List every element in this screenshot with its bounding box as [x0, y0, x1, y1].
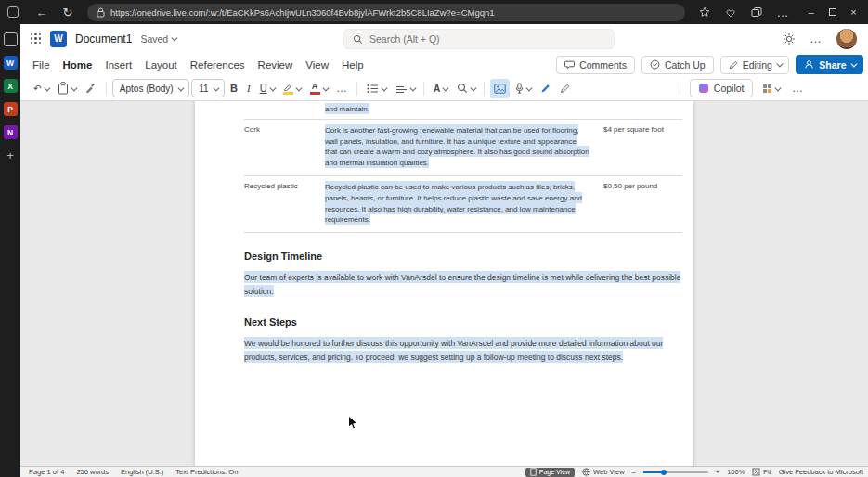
close-button[interactable]: × — [843, 2, 864, 22]
text-predictions-status[interactable]: Text Predictions: On — [175, 468, 238, 476]
alignment-button[interactable] — [392, 79, 419, 98]
editor-button[interactable] — [537, 79, 554, 98]
browser-essentials-button[interactable] — [719, 2, 743, 22]
find-icon — [457, 83, 468, 94]
pinned-app-icon[interactable] — [4, 32, 18, 46]
font-size-select[interactable]: 11 — [191, 79, 225, 97]
word-icon[interactable]: W — [4, 56, 18, 70]
page-icon — [530, 468, 537, 476]
catch-up-icon — [650, 59, 660, 70]
editing-mode-dropdown[interactable]: Editing — [720, 56, 790, 74]
paste-button[interactable] — [54, 79, 80, 98]
table-row: Recycled plastic Recycled plastic can be… — [244, 175, 682, 232]
undo-button[interactable]: ↶ — [30, 79, 52, 98]
dictate-button[interactable] — [512, 79, 535, 98]
search-box[interactable] — [343, 29, 615, 49]
account-avatar[interactable] — [836, 29, 857, 49]
slider-handle[interactable] — [661, 470, 667, 475]
section-paragraph: We would be honored to further discuss t… — [244, 336, 682, 365]
zoom-out-button[interactable]: – — [632, 468, 636, 476]
fit-button[interactable]: Fit — [752, 468, 771, 476]
bullet-list-button[interactable] — [363, 79, 390, 98]
status-bar: Page 1 of 4 256 words English (U.S.) Tex… — [20, 466, 868, 477]
document-title: Document1 — [75, 32, 132, 45]
search-input[interactable] — [369, 33, 605, 45]
edge-sidebar: W X P N + — [0, 24, 20, 477]
bold-button[interactable]: B — [227, 79, 241, 98]
microphone-icon — [515, 83, 524, 94]
add-ins-button[interactable] — [758, 79, 784, 98]
settings-gear-button[interactable] — [783, 32, 796, 45]
fit-icon — [752, 468, 760, 476]
zoom-slider[interactable] — [643, 471, 708, 473]
clipboard-icon — [58, 82, 69, 95]
refresh-button[interactable]: ↻ — [56, 2, 80, 22]
share-button[interactable]: Share — [796, 55, 863, 74]
status-right: Page View Web View – + 100% Fit Give Fee… — [525, 468, 863, 477]
comments-button[interactable]: Comments — [556, 56, 635, 74]
word-app: W Document1 Saved … File Home Insert Lay… — [20, 24, 868, 477]
browser-more-button[interactable]: … — [771, 2, 795, 22]
find-button[interactable] — [453, 79, 479, 98]
feedback-link[interactable]: Give Feedback to Microsoft — [779, 468, 863, 476]
menu-review[interactable]: Review — [258, 59, 293, 71]
more-icon: … — [777, 6, 789, 19]
menu-file[interactable]: File — [32, 59, 50, 71]
minimize-icon: – — [808, 6, 813, 18]
underline-button[interactable]: U — [256, 79, 278, 98]
catch-up-button[interactable]: Catch Up — [641, 56, 714, 74]
collections-button[interactable] — [745, 2, 769, 22]
editor-pen-icon — [540, 84, 551, 94]
add-app-button[interactable]: + — [4, 148, 18, 162]
word-count[interactable]: 256 words — [76, 468, 109, 476]
copilot-button[interactable]: Copilot — [690, 79, 753, 97]
menu-help[interactable]: Help — [342, 59, 364, 71]
material-name: Recycled plastic — [244, 176, 325, 232]
picture-icon — [494, 84, 506, 94]
font-name-select[interactable]: Aptos (Body) — [112, 79, 189, 97]
menu-insert[interactable]: Insert — [105, 59, 132, 71]
favorites-star-button[interactable] — [693, 2, 717, 22]
web-view-button[interactable]: Web View — [582, 468, 625, 476]
onenote-icon[interactable]: N — [4, 125, 18, 139]
document-page[interactable]: and maintain. Cork Cork is another fast-… — [195, 101, 693, 466]
ribbon-right: Copilot … — [676, 79, 807, 98]
material-name: Cork — [244, 120, 325, 175]
pen-icon — [560, 84, 570, 94]
menu-references[interactable]: References — [190, 59, 245, 71]
styles-button[interactable]: A — [430, 79, 451, 98]
designer-button[interactable] — [490, 79, 510, 98]
address-bar[interactable]: https://onedrive.live.com/:w:/t/EaCKkPs6… — [87, 4, 685, 21]
language-status[interactable]: English (U.S.) — [121, 468, 163, 476]
more-font-options-button[interactable]: … — [332, 79, 351, 98]
minimize-button[interactable]: – — [800, 2, 822, 22]
draw-pen-button[interactable] — [556, 79, 574, 98]
menu-home[interactable]: Home — [63, 59, 93, 71]
page-count[interactable]: Page 1 of 4 — [29, 468, 64, 476]
word-logo[interactable]: W — [50, 31, 67, 47]
powerpoint-icon[interactable]: P — [4, 102, 18, 116]
app-launcher-waffle-icon[interactable] — [30, 32, 42, 45]
excel-icon[interactable]: X — [4, 79, 18, 93]
page-view-button[interactable]: Page View — [525, 468, 575, 477]
format-painter-button[interactable] — [82, 79, 100, 98]
url-text: https://onedrive.live.com/:w:/t/EaCKkPs6… — [110, 7, 495, 18]
align-left-icon — [395, 83, 408, 94]
menu-layout[interactable]: Layout — [145, 59, 177, 71]
cropped-line-text: and maintain. — [325, 103, 369, 114]
table-row: Cork Cork is another fast-growing renewa… — [244, 119, 682, 175]
ribbon-more-button[interactable]: … — [788, 79, 807, 98]
refresh-icon: ↻ — [63, 6, 73, 19]
menu-view[interactable]: View — [305, 59, 329, 71]
maximize-button[interactable] — [822, 2, 843, 22]
close-icon: × — [850, 6, 856, 18]
font-color-button[interactable]: A — [306, 79, 331, 98]
text-highlight-button[interactable] — [279, 79, 304, 98]
back-button[interactable]: ← — [30, 2, 54, 22]
tab-icon[interactable] — [7, 6, 19, 18]
header-more-button[interactable]: … — [810, 32, 823, 45]
zoom-in-button[interactable]: + — [716, 468, 719, 476]
save-status-button[interactable]: Saved — [140, 33, 175, 45]
zoom-level[interactable]: 100% — [727, 468, 745, 476]
italic-button[interactable]: I — [243, 79, 254, 98]
